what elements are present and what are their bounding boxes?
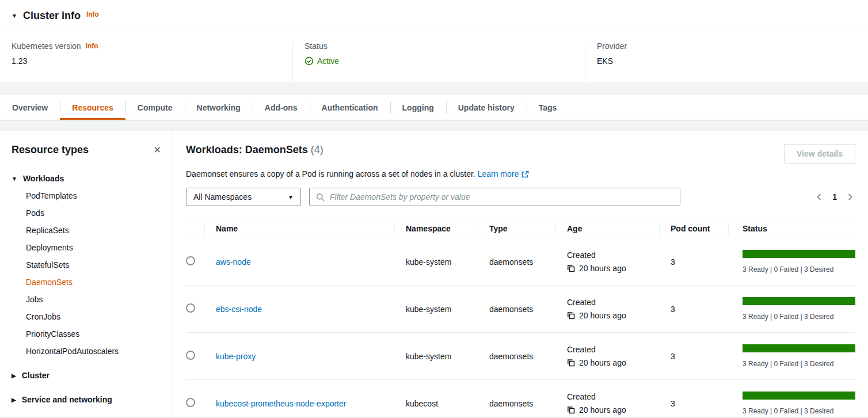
name-cell: kube-proxy bbox=[204, 352, 394, 361]
sidebar-group-service-networking[interactable]: ▶ Service and networking bbox=[12, 391, 161, 408]
sidebar-item-replicasets[interactable]: ReplicaSets bbox=[26, 222, 161, 239]
check-circle-icon bbox=[304, 56, 314, 66]
cluster-info-panel: Kubernetes version Info 1.23 Status Acti… bbox=[0, 32, 868, 82]
sidebar-group-cluster[interactable]: ▶ Cluster bbox=[12, 367, 161, 384]
namespace-cell: kube-system bbox=[394, 352, 478, 361]
tab-overview[interactable]: Overview bbox=[0, 95, 60, 120]
learn-more-link[interactable]: Learn more bbox=[478, 169, 530, 178]
search-input[interactable] bbox=[330, 192, 673, 202]
age-cell: Created 20 hours ago bbox=[555, 250, 659, 273]
pagination: 1 bbox=[816, 192, 855, 202]
row-radio[interactable] bbox=[186, 351, 195, 360]
pagination-prev-icon[interactable] bbox=[816, 192, 823, 202]
status-text: 3 Ready | 0 Failed | 3 Desired bbox=[743, 313, 855, 321]
sidebar-item-statefulsets[interactable]: StatefulSets bbox=[26, 256, 161, 273]
sidebar-item-priorityclasses[interactable]: PriorityClasses bbox=[26, 325, 161, 343]
sidebar-item-pods[interactable]: Pods bbox=[26, 204, 161, 222]
kubernetes-version-value: 1.23 bbox=[12, 56, 281, 66]
view-details-button[interactable]: View details bbox=[784, 144, 855, 164]
row-select-cell bbox=[186, 351, 204, 362]
pod-count-cell: 3 bbox=[659, 257, 728, 267]
tab-logging[interactable]: Logging bbox=[390, 95, 446, 120]
row-radio[interactable] bbox=[186, 256, 195, 265]
status-bar bbox=[743, 344, 855, 352]
sidebar-item-jobs[interactable]: Jobs bbox=[26, 291, 161, 308]
cluster-info-info-link[interactable]: Info bbox=[86, 10, 99, 18]
column-header-namespace: Namespace bbox=[394, 224, 478, 233]
sidebar-item-deployments[interactable]: Deployments bbox=[26, 239, 161, 256]
row-radio[interactable] bbox=[186, 398, 195, 407]
kubernetes-version-label: Kubernetes version bbox=[12, 41, 81, 51]
age-created-label: Created bbox=[567, 345, 659, 354]
column-header-type: Type bbox=[478, 224, 555, 233]
tab-networking[interactable]: Networking bbox=[185, 95, 253, 120]
age-cell: Created 20 hours ago bbox=[555, 298, 659, 320]
daemonset-filter-search bbox=[309, 188, 680, 206]
daemonsets-main: Workloads: DaemonSets (4) View details D… bbox=[173, 131, 868, 417]
pod-count-cell: 3 bbox=[659, 352, 728, 361]
age-value: 20 hours ago bbox=[579, 311, 626, 320]
copy-icon bbox=[567, 264, 575, 272]
provider-label: Provider bbox=[597, 41, 627, 51]
search-icon bbox=[316, 193, 325, 202]
pagination-next-icon[interactable] bbox=[847, 192, 854, 202]
status-bar bbox=[743, 250, 855, 258]
sidebar-item-daemonsets[interactable]: DaemonSets bbox=[26, 273, 161, 291]
resource-types-sidebar: Resource types ✕ ▼ Workloads PodTemplate… bbox=[0, 131, 173, 417]
table-row: aws-node kube-system daemonsets Created … bbox=[186, 238, 855, 286]
status-cell: 3 Ready | 0 Failed | 3 Desired bbox=[728, 344, 855, 368]
column-header-name: Name bbox=[204, 224, 394, 233]
sidebar-group-service-networking-label: Service and networking bbox=[22, 395, 112, 404]
table-count: (4) bbox=[311, 144, 323, 155]
row-select-cell bbox=[186, 398, 204, 409]
age-created-label: Created bbox=[567, 298, 659, 307]
namespace-select[interactable]: All Namespaces ▼ bbox=[186, 188, 301, 206]
status-label: Status bbox=[304, 41, 328, 51]
collapse-caret-icon[interactable]: ▼ bbox=[12, 13, 17, 19]
learn-more-label: Learn more bbox=[478, 169, 519, 178]
type-cell: daemonsets bbox=[478, 305, 555, 314]
tab-authentication[interactable]: Authentication bbox=[310, 95, 390, 120]
type-cell: daemonsets bbox=[478, 352, 555, 361]
chevron-down-icon: ▼ bbox=[288, 194, 294, 200]
sidebar-group-cluster-label: Cluster bbox=[22, 371, 50, 380]
tab-compute[interactable]: Compute bbox=[125, 95, 185, 120]
name-cell: ebs-csi-node bbox=[204, 305, 394, 314]
row-select-cell bbox=[186, 303, 204, 314]
copy-icon bbox=[567, 359, 575, 367]
age-created-label: Created bbox=[567, 392, 659, 401]
daemonset-link[interactable]: kube-proxy bbox=[216, 352, 256, 361]
daemonset-link[interactable]: aws-node bbox=[216, 257, 251, 267]
sidebar-item-horizontalpodautoscalers[interactable]: HorizontalPodAutoscalers bbox=[26, 343, 161, 360]
tab-tags[interactable]: Tags bbox=[527, 95, 569, 120]
daemonset-link[interactable]: kubecost-prometheus-node-exporter bbox=[216, 399, 346, 408]
sidebar-item-podtemplates[interactable]: PodTemplates bbox=[26, 187, 161, 204]
age-cell: Created 20 hours ago bbox=[555, 392, 659, 415]
daemonset-link[interactable]: ebs-csi-node bbox=[216, 305, 262, 314]
copy-icon bbox=[567, 311, 575, 320]
kubernetes-version-info-link[interactable]: Info bbox=[86, 42, 98, 50]
status-cell: 3 Ready | 0 Failed | 3 Desired bbox=[728, 297, 855, 321]
name-cell: kubecost-prometheus-node-exporter bbox=[204, 399, 394, 408]
sidebar-group-workloads[interactable]: ▼ Workloads bbox=[12, 170, 161, 187]
status-cell: 3 Ready | 0 Failed | 3 Desired bbox=[728, 392, 855, 415]
status-column: Status Active bbox=[292, 41, 585, 82]
row-radio[interactable] bbox=[186, 303, 195, 313]
page-number[interactable]: 1 bbox=[832, 192, 837, 202]
tab-resources[interactable]: Resources bbox=[60, 95, 125, 120]
kubernetes-version-column: Kubernetes version Info 1.23 bbox=[0, 41, 292, 82]
status-text: 3 Ready | 0 Failed | 3 Desired bbox=[743, 407, 855, 415]
provider-value: EKS bbox=[597, 56, 856, 66]
table-row: kube-proxy kube-system daemonsets Create… bbox=[186, 333, 855, 380]
close-icon[interactable]: ✕ bbox=[154, 146, 161, 155]
table-title: Workloads: DaemonSets (4) bbox=[186, 144, 323, 156]
tab-update-history[interactable]: Update history bbox=[446, 95, 527, 120]
type-cell: daemonsets bbox=[478, 257, 555, 267]
namespace-cell: kube-system bbox=[394, 305, 478, 314]
sidebar-item-cronjobs[interactable]: CronJobs bbox=[26, 308, 161, 325]
row-select-cell bbox=[186, 256, 204, 267]
tab-add-ons[interactable]: Add-ons bbox=[253, 95, 310, 120]
age-value: 20 hours ago bbox=[579, 358, 626, 367]
age-created-label: Created bbox=[567, 250, 659, 260]
namespace-cell: kubecost bbox=[394, 399, 478, 408]
